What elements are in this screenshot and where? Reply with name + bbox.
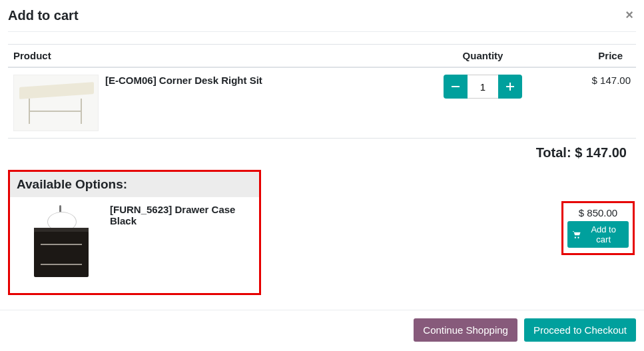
modal-header: Add to cart × xyxy=(8,8,636,32)
modal-title: Add to cart xyxy=(8,8,79,23)
qty-input[interactable] xyxy=(468,75,498,99)
col-quantity: Quantity xyxy=(423,45,543,68)
available-options-panel: Available Options: [FURN_5623] Drawer Ca… xyxy=(8,170,261,295)
option-price: $ 850.00 xyxy=(567,207,629,218)
svg-rect-0 xyxy=(452,86,460,87)
qty-decrease-button[interactable] xyxy=(444,75,468,99)
option-name: [FURN_5623] Drawer Case Black xyxy=(110,202,252,226)
option-price-box: $ 850.00 Add to cart xyxy=(561,201,635,255)
option-row: [FURN_5623] Drawer Case Black xyxy=(10,197,259,281)
continue-shopping-button[interactable]: Continue Shopping xyxy=(414,318,517,342)
add-to-cart-button[interactable]: Add to cart xyxy=(567,221,629,248)
total-label: Total: xyxy=(536,145,571,160)
proceed-checkout-button[interactable]: Proceed to Checkout xyxy=(524,318,636,342)
qty-increase-button[interactable] xyxy=(498,75,522,99)
col-product: Product xyxy=(8,45,423,68)
product-name: [E-COM06] Corner Desk Right Sit xyxy=(105,75,262,86)
quantity-stepper xyxy=(444,75,522,99)
minus-icon xyxy=(452,83,460,91)
modal-footer: Continue Shopping Proceed to Checkout xyxy=(0,310,644,351)
plus-icon xyxy=(506,83,514,91)
cart-table: Product Quantity Price xyxy=(8,44,636,139)
add-to-cart-label: Add to cart xyxy=(583,224,623,244)
options-header: Available Options: xyxy=(10,172,259,197)
option-image xyxy=(22,202,101,281)
line-price: $ 147.00 xyxy=(543,67,636,139)
col-price: Price xyxy=(543,45,636,68)
cart-total: Total: $ 147.00 xyxy=(8,139,636,165)
close-button[interactable]: × xyxy=(623,8,636,21)
svg-rect-2 xyxy=(509,83,511,91)
product-image xyxy=(13,75,99,131)
table-row: [E-COM06] Corner Desk Right Sit xyxy=(8,67,636,139)
cart-icon xyxy=(573,231,581,238)
total-value: $ 147.00 xyxy=(575,145,627,160)
